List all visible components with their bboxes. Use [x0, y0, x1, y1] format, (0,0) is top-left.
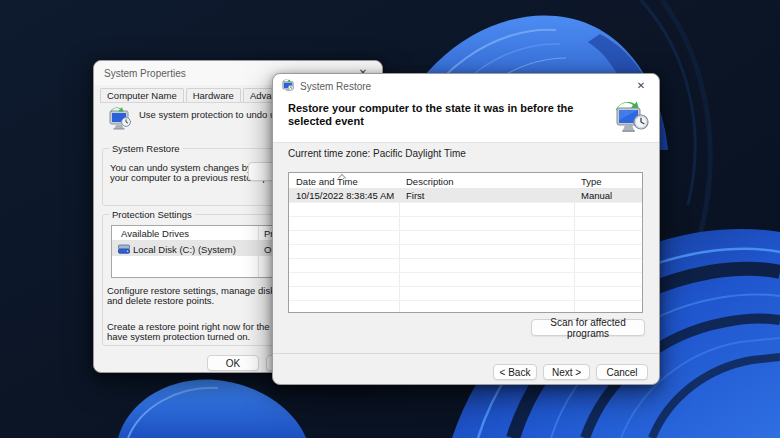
system-protection-icon	[107, 106, 133, 134]
group-label: System Restore	[109, 143, 183, 154]
table-header: Date and Time Description Type	[289, 173, 642, 189]
create-text-line2: have system protection turned on.	[107, 332, 250, 342]
next-button[interactable]: Next >	[543, 364, 590, 380]
drive-name: Local Disk (C:) (System)	[133, 244, 236, 255]
table-row-empty	[289, 230, 642, 245]
footer-divider	[273, 353, 659, 354]
back-button[interactable]: < Back	[493, 364, 537, 380]
system-restore-dialog: System Restore ✕ Restore your computer t…	[272, 73, 660, 385]
restore-points-table[interactable]: Date and Time Description Type 10/15/202…	[288, 172, 643, 313]
dialog-header: Restore your computer to the state it wa…	[273, 98, 659, 143]
column-type[interactable]: Type	[581, 176, 602, 187]
tab-hardware[interactable]: Hardware	[186, 88, 241, 103]
table-row-empty	[289, 286, 642, 301]
window-title: System Restore	[300, 81, 371, 92]
ok-button[interactable]: OK	[207, 355, 259, 371]
table-row-empty	[289, 216, 642, 231]
column-description[interactable]: Description	[406, 176, 454, 187]
scan-affected-programs-button[interactable]: Scan for affected programs	[531, 319, 645, 336]
table-row-empty	[289, 258, 642, 273]
table-row-empty	[289, 300, 642, 313]
table-row-empty	[289, 272, 642, 287]
system-restore-titlebar[interactable]: System Restore ✕	[273, 74, 659, 98]
timezone-label: Current time zone: Pacific Daylight Time	[288, 148, 466, 159]
configure-text-line2: and delete restore points.	[107, 296, 214, 306]
cancel-button[interactable]: Cancel	[596, 364, 648, 380]
disk-drive-icon	[118, 244, 130, 256]
tab-computer-name[interactable]: Computer Name	[100, 88, 184, 103]
window-title: System Properties	[104, 68, 186, 79]
restore-point-date: 10/15/2022 8:38:45 AM	[296, 190, 394, 201]
restore-point-type: Manual	[581, 190, 612, 201]
table-row-empty	[289, 244, 642, 259]
system-restore-large-icon	[611, 96, 651, 142]
close-icon[interactable]: ✕	[630, 78, 652, 94]
restore-point-description: First	[406, 190, 424, 201]
column-date-and-time[interactable]: Date and Time	[296, 176, 358, 187]
table-row-empty	[289, 202, 642, 217]
system-restore-icon	[281, 79, 295, 95]
restore-point-row[interactable]: 10/15/2022 8:38:45 AM First Manual	[289, 188, 642, 203]
dialog-heading: Restore your computer to the state it wa…	[288, 102, 608, 128]
column-available-drives[interactable]: Available Drives	[121, 228, 189, 239]
group-label: Protection Settings	[109, 209, 195, 220]
